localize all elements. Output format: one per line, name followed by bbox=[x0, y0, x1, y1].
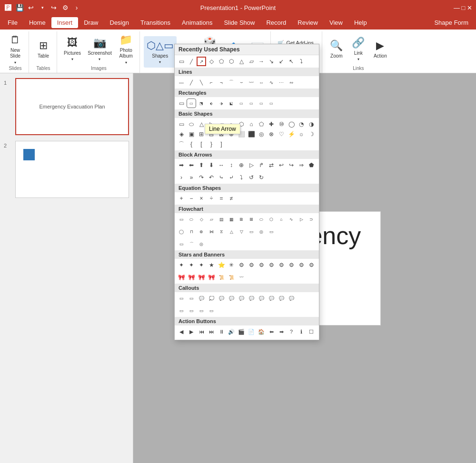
flow-delay[interactable]: ▷ bbox=[297, 215, 306, 224]
flow-sort[interactable]: ⧖ bbox=[217, 227, 226, 236]
basic-moon[interactable]: ☽ bbox=[307, 129, 316, 139]
flow-prep[interactable]: ⬡ bbox=[267, 215, 276, 224]
rect-snip2[interactable]: ⬖ bbox=[207, 99, 216, 108]
flow-tape[interactable]: ⌒ bbox=[187, 239, 196, 249]
callout-line2[interactable]: 💬 bbox=[227, 294, 236, 303]
star-gear3[interactable]: ⚙ bbox=[297, 260, 306, 270]
flow-alternate[interactable]: ⬭ bbox=[187, 215, 196, 224]
callout-line1[interactable]: 💬 bbox=[217, 294, 226, 303]
star32[interactable]: ⚙ bbox=[267, 260, 276, 270]
arrow-up-down[interactable]: ↕ bbox=[227, 160, 236, 170]
menu-design[interactable]: Design bbox=[104, 17, 135, 28]
basic-trap[interactable]: ⏢ bbox=[227, 119, 236, 129]
flow-card[interactable]: ▭ bbox=[177, 239, 186, 249]
callout-bent3[interactable]: 💬 bbox=[277, 294, 286, 303]
star4[interactable]: ✦ bbox=[177, 260, 186, 270]
eq-multiply[interactable]: × bbox=[197, 194, 206, 203]
action-blank[interactable]: ☐ bbox=[307, 327, 316, 336]
menu-transitions[interactable]: Transitions bbox=[135, 17, 176, 28]
star6[interactable]: ✦ bbox=[197, 260, 206, 270]
basic-corner[interactable]: ⊟ bbox=[207, 129, 216, 139]
basic-hex[interactable]: ⬡ bbox=[237, 119, 246, 129]
new-slide-arrow[interactable]: ▾ bbox=[14, 60, 16, 65]
undo-dropdown-icon[interactable]: ▾ bbox=[38, 3, 47, 12]
flow-display[interactable]: ▭ bbox=[267, 227, 276, 236]
basic-circle[interactable]: ◯ bbox=[287, 119, 296, 129]
rect-round3[interactable]: ▭ bbox=[257, 99, 266, 108]
banner-scroll-v[interactable]: 📜 bbox=[227, 273, 236, 282]
star-gear2[interactable]: ⚙ bbox=[287, 260, 296, 270]
rect-round2[interactable]: ▭ bbox=[247, 99, 256, 108]
menu-slideshow[interactable]: Slide Show bbox=[218, 17, 260, 28]
callout-accentbar3[interactable]: ▭ bbox=[197, 306, 206, 315]
line-double-arr[interactable]: ↔ bbox=[257, 78, 266, 87]
banner-down[interactable]: 🎀 bbox=[187, 273, 196, 282]
basic-brace1[interactable]: { bbox=[187, 139, 196, 149]
menu-shape-form[interactable]: Shape Form bbox=[428, 17, 474, 28]
basic-cross[interactable]: ✚ bbox=[267, 119, 276, 129]
arrow-left[interactable]: ⬅ bbox=[187, 160, 196, 170]
flow-decision[interactable]: ◇ bbox=[197, 215, 206, 224]
basic-tri2[interactable]: ▷ bbox=[207, 119, 216, 129]
basic-plus[interactable]: ⊕ bbox=[227, 129, 236, 139]
arrow-curved-l[interactable]: ⤶ bbox=[227, 173, 236, 182]
basic-half-frame[interactable]: ⊞ bbox=[197, 129, 206, 139]
line-diag1[interactable]: ╱ bbox=[187, 78, 196, 87]
rect-snip1[interactable]: ⬔ bbox=[197, 99, 206, 108]
basic-pie[interactable]: ◔ bbox=[297, 119, 306, 129]
callout-accentbar1[interactable]: ▭ bbox=[177, 306, 186, 315]
window-controls[interactable]: — □ ✕ bbox=[454, 4, 472, 11]
flow-multidoc[interactable]: 🗏 bbox=[247, 215, 256, 224]
eq-minus[interactable]: − bbox=[187, 194, 196, 203]
eq-divide[interactable]: ÷ bbox=[207, 194, 216, 203]
action-left[interactable]: ⬅ bbox=[267, 327, 276, 336]
banner-wave[interactable]: 〰 bbox=[237, 273, 246, 282]
flow-offpage[interactable]: ⊓ bbox=[187, 227, 196, 236]
arrow-bent-lr[interactable]: ⇄ bbox=[267, 160, 276, 170]
arrow-back[interactable]: ↪ bbox=[287, 160, 296, 170]
star8[interactable]: ⭐ bbox=[217, 260, 226, 270]
rect-snip3[interactable]: ⬗ bbox=[217, 99, 226, 108]
menu-help[interactable]: Help bbox=[348, 17, 373, 28]
action-home[interactable]: ⏸ bbox=[217, 327, 226, 336]
line-curve1[interactable]: ⌒ bbox=[227, 78, 236, 87]
undo-icon[interactable]: ↩ bbox=[27, 3, 35, 12]
line-zigzag[interactable]: ⋯ bbox=[277, 78, 286, 87]
arrow-bent-up[interactable]: ↱ bbox=[257, 160, 266, 170]
basic-rect[interactable]: ▭ bbox=[177, 119, 186, 129]
basic-oct[interactable]: ⬠ bbox=[257, 119, 266, 129]
arrow-curved-r[interactable]: ⤷ bbox=[217, 173, 226, 182]
shape-diamond[interactable]: ◇ bbox=[207, 57, 216, 66]
star-gear4[interactable]: ⚙ bbox=[307, 260, 316, 270]
callout-accentbar2[interactable]: ▭ bbox=[187, 306, 196, 315]
callout-bent1[interactable]: 💬 bbox=[257, 294, 266, 303]
screenshot-arrow[interactable]: ▾ bbox=[99, 57, 100, 61]
flow-process[interactable]: ▭ bbox=[177, 215, 186, 224]
more-icon[interactable]: › bbox=[72, 3, 81, 12]
arrow-quad[interactable]: ⊕ bbox=[237, 160, 246, 170]
action-document[interactable]: 📄 bbox=[247, 327, 256, 336]
eq-plus[interactable]: + bbox=[177, 194, 186, 203]
star10[interactable]: ✳ bbox=[227, 260, 236, 270]
arrow-u-turn[interactable]: ↩ bbox=[277, 160, 286, 170]
pictures-arrow[interactable]: ▾ bbox=[71, 57, 73, 61]
line-diag2[interactable]: ╲ bbox=[197, 78, 206, 87]
basic-ring[interactable]: ⑩ bbox=[277, 119, 286, 129]
action-info[interactable]: ℹ bbox=[297, 327, 306, 336]
customize-icon[interactable]: ⚙ bbox=[61, 3, 69, 12]
basic-bracket1[interactable]: [ bbox=[197, 139, 206, 149]
basic-hept[interactable]: ⌂ bbox=[247, 119, 256, 129]
basic-diag[interactable]: ⊠ bbox=[217, 129, 226, 139]
table-button[interactable]: ⊞ Table bbox=[33, 33, 54, 65]
shape-curved[interactable]: ⤵ bbox=[297, 57, 306, 66]
action-sound[interactable]: 🔊 bbox=[227, 327, 236, 336]
flow-collate[interactable]: ⋈ bbox=[207, 227, 216, 236]
rect-snip4[interactable]: ⬕ bbox=[227, 99, 236, 108]
line-elbow2[interactable]: ¬ bbox=[217, 78, 226, 87]
arrow-curved-d[interactable]: ⤵ bbox=[237, 173, 246, 182]
arrow-notched-r[interactable]: ▷ bbox=[247, 160, 256, 170]
rect-round1[interactable]: ▭ bbox=[237, 99, 246, 108]
shapes-button[interactable]: ⬡△▭ Shapes ▾ bbox=[144, 36, 177, 68]
star5[interactable]: ✦ bbox=[187, 260, 196, 270]
arrow-up[interactable]: ⬆ bbox=[197, 160, 206, 170]
